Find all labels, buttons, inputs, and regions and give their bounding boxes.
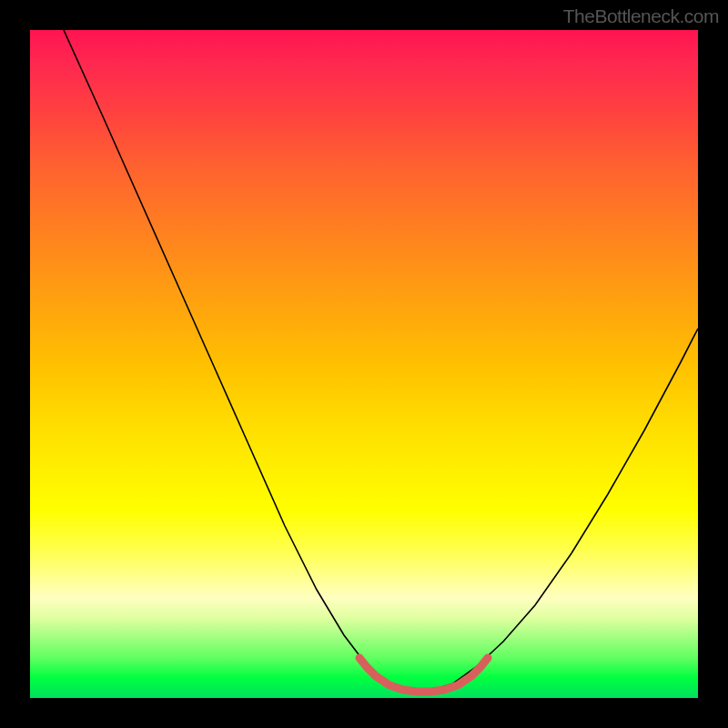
chart-svg <box>30 30 698 698</box>
plot-area <box>30 30 698 698</box>
watermark-text: TheBottleneck.com <box>563 5 719 27</box>
bottleneck-curve <box>64 30 698 691</box>
bottom-highlight-curve <box>359 658 488 692</box>
